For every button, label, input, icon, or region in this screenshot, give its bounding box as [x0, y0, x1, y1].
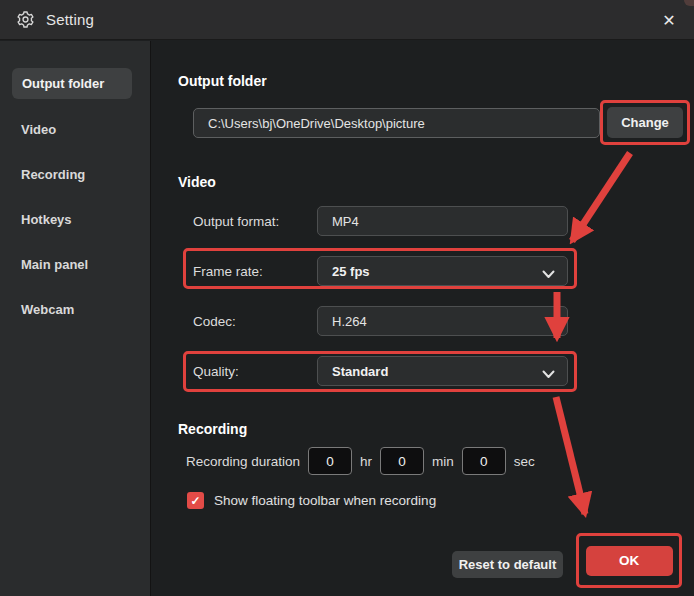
titlebar: Setting ✕ — [0, 0, 694, 40]
duration-minutes-input[interactable]: 0 — [380, 447, 424, 475]
sidebar-item-hotkeys[interactable]: Hotkeys — [21, 212, 72, 227]
output-format-label: Output format: — [193, 214, 279, 229]
floating-toolbar-label: Show floating toolbar when recording — [214, 493, 436, 508]
duration-hours-input[interactable]: 0 — [308, 447, 352, 475]
settings-window: Setting ✕ Output folder Video Recording … — [0, 0, 694, 596]
window-corner — [684, 0, 694, 6]
floating-toolbar-option: ✓ Show floating toolbar when recording — [187, 492, 436, 509]
highlight-box-change: Change — [600, 100, 690, 145]
frame-rate-label: Frame rate: — [193, 264, 263, 279]
recording-duration-label: Recording duration — [186, 454, 300, 469]
codec-label: Codec: — [193, 314, 236, 329]
codec-value: H.264 — [332, 314, 367, 329]
quality-label: Quality: — [193, 364, 239, 379]
output-folder-path-value: C:\Users\bj\OneDrive\Desktop\picture — [208, 116, 425, 131]
output-format-value: MP4 — [332, 214, 359, 229]
chevron-down-icon — [542, 367, 555, 382]
frame-rate-dropdown[interactable]: 25 fps — [317, 256, 568, 286]
sidebar-item-video[interactable]: Video — [21, 122, 56, 137]
quality-value: Standard — [332, 364, 388, 379]
quality-dropdown[interactable]: Standard — [317, 356, 568, 386]
duration-seconds-input[interactable]: 0 — [462, 447, 506, 475]
seconds-unit-label: sec — [514, 454, 535, 469]
highlight-box-ok: OK — [576, 533, 682, 588]
floating-toolbar-checkbox[interactable]: ✓ — [187, 492, 204, 509]
frame-rate-value: 25 fps — [332, 264, 370, 279]
hours-unit-label: hr — [360, 454, 372, 469]
output-folder-heading: Output folder — [178, 73, 267, 89]
ok-button[interactable]: OK — [586, 546, 673, 576]
gear-icon — [16, 10, 35, 29]
sidebar-item-label: Output folder — [22, 76, 104, 91]
chevron-down-icon — [542, 267, 555, 282]
video-heading: Video — [178, 174, 216, 190]
recording-heading: Recording — [178, 421, 247, 437]
sidebar-item-webcam[interactable]: Webcam — [21, 302, 74, 317]
change-button[interactable]: Change — [607, 107, 683, 138]
codec-field[interactable]: H.264 — [317, 306, 568, 336]
sidebar-item-recording[interactable]: Recording — [21, 167, 85, 182]
output-format-field[interactable]: MP4 — [317, 206, 568, 236]
recording-duration-row: Recording duration 0 hr 0 min 0 sec — [186, 447, 543, 475]
output-folder-path-input[interactable]: C:\Users\bj\OneDrive\Desktop\picture — [193, 108, 600, 138]
close-icon[interactable]: ✕ — [656, 8, 682, 32]
sidebar-item-output-folder[interactable]: Output folder — [12, 68, 132, 99]
reset-to-default-button[interactable]: Reset to default — [452, 551, 563, 578]
settings-panel: Output folder C:\Users\bj\OneDrive\Deskt… — [151, 40, 694, 596]
window-title: Setting — [46, 11, 94, 28]
minutes-unit-label: min — [432, 454, 454, 469]
sidebar-item-main-panel[interactable]: Main panel — [21, 257, 88, 272]
sidebar: Output folder Video Recording Hotkeys Ma… — [0, 41, 151, 596]
